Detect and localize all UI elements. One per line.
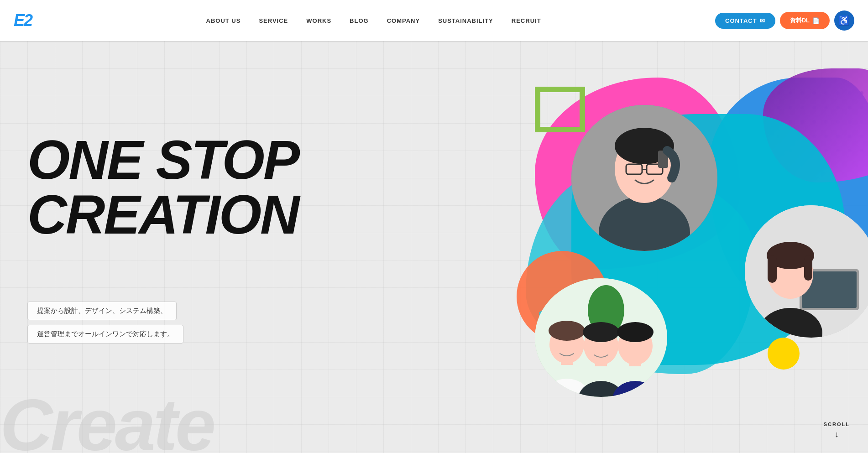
svg-point-32 bbox=[617, 322, 654, 342]
nav-sustainability[interactable]: SUSTAINABILITY bbox=[438, 17, 493, 24]
svg-rect-16 bbox=[768, 255, 777, 283]
subtitle-line2: 運営管理までオールインワンで対応します。 bbox=[27, 325, 183, 344]
document-icon: 📄 bbox=[812, 17, 820, 24]
nav-company[interactable]: COMPANY bbox=[387, 17, 420, 24]
nav-about-us[interactable]: ABOUT US bbox=[206, 17, 241, 24]
mail-icon: ✉ bbox=[760, 17, 765, 24]
nav-blog[interactable]: BLOG bbox=[350, 17, 369, 24]
contact-button[interactable]: CONTACT ✉ bbox=[715, 13, 775, 29]
site-header: E2 ABOUT US SERVICE WORKS BLOG COMPANY S… bbox=[0, 0, 868, 41]
dl-button[interactable]: 資料DL 📄 bbox=[780, 12, 830, 29]
logo[interactable]: E2 bbox=[14, 11, 32, 30]
woman-office-image bbox=[745, 205, 868, 338]
hero-subtitles: 提案から設計、デザイン、システム構築、 運営管理までオールインワンで対応します。 bbox=[27, 302, 183, 348]
headline-line2: CREATION bbox=[27, 187, 298, 242]
svg-rect-17 bbox=[804, 255, 812, 281]
header-buttons: CONTACT ✉ 資料DL 📄 ♿ bbox=[715, 10, 854, 31]
man-phone-image bbox=[571, 105, 717, 251]
hero-headline: ONE STOP CREATION bbox=[27, 132, 298, 242]
watermark-text: Create bbox=[0, 383, 214, 453]
accessibility-button[interactable]: ♿ bbox=[834, 10, 854, 31]
hero-section: Create ONE STOP CREATION 提案から設計、デザイン、システ… bbox=[0, 41, 868, 453]
hero-collage bbox=[480, 78, 868, 433]
svg-point-28 bbox=[583, 322, 619, 342]
photo-circle-group bbox=[535, 278, 667, 397]
headline-line1: ONE STOP bbox=[27, 132, 298, 187]
subtitle-line1: 提案から設計、デザイン、システム構築、 bbox=[27, 302, 177, 320]
nav-service[interactable]: SERVICE bbox=[259, 17, 288, 24]
green-rectangle bbox=[535, 87, 585, 132]
blob-yellow bbox=[768, 338, 800, 370]
accessibility-icon: ♿ bbox=[838, 15, 850, 26]
group-image bbox=[535, 278, 667, 397]
photo-circle-man-phone bbox=[571, 105, 717, 251]
nav-recruit[interactable]: RECRUIT bbox=[512, 17, 541, 24]
main-nav: ABOUT US SERVICE WORKS BLOG COMPANY SUST… bbox=[206, 17, 541, 24]
nav-works[interactable]: WORKS bbox=[306, 17, 331, 24]
svg-point-24 bbox=[549, 321, 585, 341]
photo-circle-woman-office bbox=[745, 205, 868, 338]
